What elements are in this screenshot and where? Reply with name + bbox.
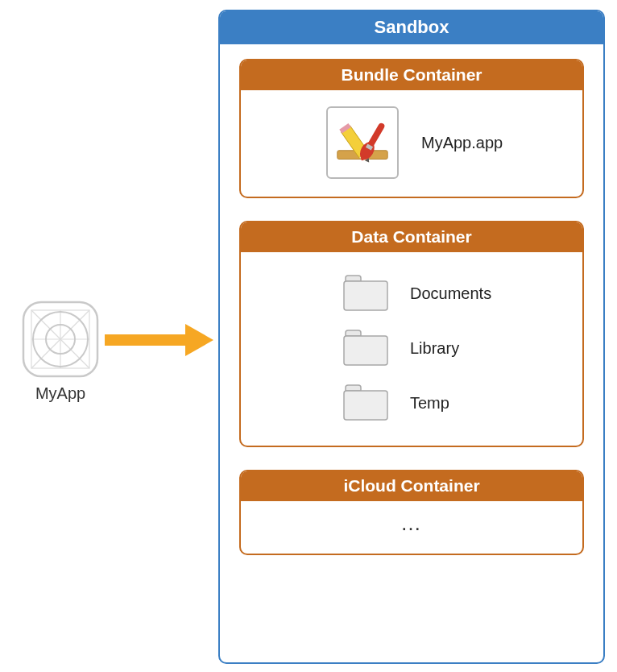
bundle-row: MyApp.app <box>254 106 569 179</box>
svg-rect-8 <box>105 334 185 346</box>
folder-icon <box>342 330 389 367</box>
svg-rect-20 <box>344 391 387 420</box>
bundle-label: MyApp.app <box>421 134 503 152</box>
sandbox-container: Sandbox Bundle Container <box>218 10 605 664</box>
app-template-icon <box>22 301 99 378</box>
bundle-container: Bundle Container <box>239 59 584 198</box>
app-label: MyApp <box>16 384 105 403</box>
app-bundle-icon <box>326 106 399 179</box>
folder-row: Documents <box>342 275 569 312</box>
arrow-icon <box>105 324 213 356</box>
icloud-container: iCloud Container … <box>239 470 584 555</box>
svg-rect-19 <box>344 336 387 365</box>
svg-rect-18 <box>344 281 387 310</box>
data-container-title: Data Container <box>241 222 582 252</box>
icloud-container-title: iCloud Container <box>241 471 582 501</box>
folder-row: Library <box>342 330 569 367</box>
sandbox-body: Bundle Container <box>220 44 603 563</box>
sandbox-title: Sandbox <box>220 11 603 44</box>
folder-label: Library <box>410 339 459 358</box>
folder-label: Documents <box>410 284 491 303</box>
folder-row: Temp <box>342 384 569 421</box>
icloud-ellipsis: … <box>241 506 582 545</box>
folder-icon <box>342 384 389 421</box>
folder-icon <box>342 275 389 312</box>
svg-marker-9 <box>185 324 213 356</box>
bundle-container-title: Bundle Container <box>241 60 582 90</box>
source-app: MyApp <box>16 301 105 403</box>
folder-label: Temp <box>410 394 449 413</box>
data-container: Data Container Documents <box>239 221 584 447</box>
